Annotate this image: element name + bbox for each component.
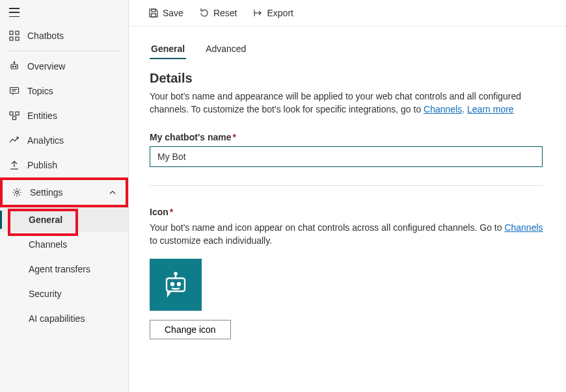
tab-label: Advanced (206, 44, 246, 54)
sidebar-item-settings[interactable]: Settings (0, 177, 128, 207)
sidebar-item-overview[interactable]: Overview (0, 54, 128, 79)
svg-point-5 (12, 66, 14, 68)
desc-text: Your bot's name and icon appear on chat … (150, 222, 504, 233)
reset-icon (199, 8, 209, 18)
name-field-label: My chatbot's name* (150, 132, 545, 142)
sidebar-item-analytics[interactable]: Analytics (0, 128, 128, 153)
sidebar: Chatbots Overview Topics (0, 0, 129, 392)
hamburger-menu[interactable] (9, 8, 20, 17)
button-label: Save (163, 8, 183, 18)
required-indicator: * (170, 207, 173, 217)
label-text: My chatbot's name (150, 132, 231, 142)
sidebar-subitem-agent-transfers[interactable]: Agent transfers (0, 257, 128, 281)
icon-field-label: Icon* (150, 207, 545, 217)
sidebar-label: Overview (27, 61, 119, 72)
sidebar-sublabel: AI capabilities (29, 313, 85, 324)
svg-rect-0 (10, 31, 13, 34)
sidebar-subitem-ai-capabilities[interactable]: AI capabilities (0, 306, 128, 331)
toolbar: Save Reset Export (129, 0, 566, 27)
svg-rect-15 (152, 9, 155, 12)
channels-link[interactable]: Channels (424, 104, 462, 114)
label-text: Icon (150, 207, 168, 217)
svg-rect-4 (11, 64, 18, 69)
chat-icon (9, 86, 20, 96)
button-label: Change icon (165, 324, 216, 335)
sidebar-sublabel: Agent transfers (29, 264, 90, 274)
sidebar-sublabel: Security (29, 289, 62, 299)
svg-rect-1 (16, 31, 19, 34)
sidebar-sublabel: Channels (29, 239, 67, 250)
section-divider (150, 185, 543, 186)
save-icon (148, 8, 159, 18)
sidebar-subitem-general[interactable]: General (0, 207, 128, 232)
main: Save Reset Export (129, 0, 566, 392)
desc-text: to customize each individually. (150, 235, 272, 246)
details-description: Your bot's name and appearance will be a… (150, 90, 545, 116)
sidebar-label: Settings (30, 187, 101, 198)
details-heading: Details (150, 71, 545, 86)
sidebar-item-entities[interactable]: Entities (0, 103, 128, 128)
learn-more-link[interactable]: Learn more (467, 104, 514, 114)
button-label: Reset (213, 8, 237, 18)
sidebar-sublabel: General (29, 215, 62, 225)
change-icon-button[interactable]: Change icon (150, 320, 231, 339)
divider (8, 51, 120, 51)
reset-button[interactable]: Reset (193, 5, 244, 21)
required-indicator: * (232, 132, 236, 142)
svg-rect-3 (16, 37, 19, 40)
sidebar-subitem-security[interactable]: Security (0, 281, 128, 306)
tab-advanced[interactable]: Advanced (204, 40, 247, 59)
svg-point-7 (14, 62, 14, 62)
sidebar-item-chatbots[interactable]: Chatbots (0, 23, 128, 48)
svg-point-18 (171, 283, 174, 285)
chevron-up-icon (109, 189, 116, 196)
sidebar-label: Topics (27, 86, 119, 96)
channels-link-2[interactable]: Channels (504, 222, 543, 233)
svg-rect-12 (16, 112, 19, 115)
publish-icon (9, 160, 20, 170)
sidebar-item-publish[interactable]: Publish (0, 153, 128, 177)
content-area: General Advanced Details Your bot's name… (129, 27, 566, 392)
svg-point-6 (15, 66, 16, 68)
svg-point-20 (174, 273, 176, 275)
svg-point-19 (178, 283, 180, 285)
bot-icon (9, 61, 20, 72)
svg-rect-8 (10, 88, 19, 94)
icon-description: Your bot's name and icon appear on chat … (150, 221, 545, 248)
button-label: Export (267, 8, 293, 18)
svg-rect-11 (10, 112, 13, 115)
export-icon (253, 8, 263, 18)
tab-general[interactable]: General (150, 40, 186, 59)
desc-sep: . (462, 104, 467, 114)
svg-rect-13 (13, 116, 16, 120)
save-button[interactable]: Save (142, 5, 190, 21)
analytics-icon (9, 135, 20, 146)
svg-rect-2 (10, 37, 13, 40)
chatbot-name-input[interactable] (150, 146, 543, 167)
tab-label: General (151, 44, 185, 54)
sidebar-label: Chatbots (27, 31, 119, 41)
sidebar-label: Analytics (27, 135, 119, 146)
entities-icon (9, 111, 20, 121)
gear-icon (12, 187, 22, 198)
bot-icon-preview (150, 259, 202, 311)
apps-icon (9, 31, 20, 41)
sidebar-item-topics[interactable]: Topics (0, 79, 128, 103)
svg-rect-16 (152, 14, 156, 17)
svg-point-14 (16, 191, 18, 194)
sidebar-label: Publish (27, 160, 119, 170)
tabs: General Advanced (150, 40, 545, 59)
sidebar-label: Entities (27, 111, 119, 121)
sidebar-subitem-channels[interactable]: Channels (0, 232, 128, 257)
export-button[interactable]: Export (247, 5, 300, 21)
